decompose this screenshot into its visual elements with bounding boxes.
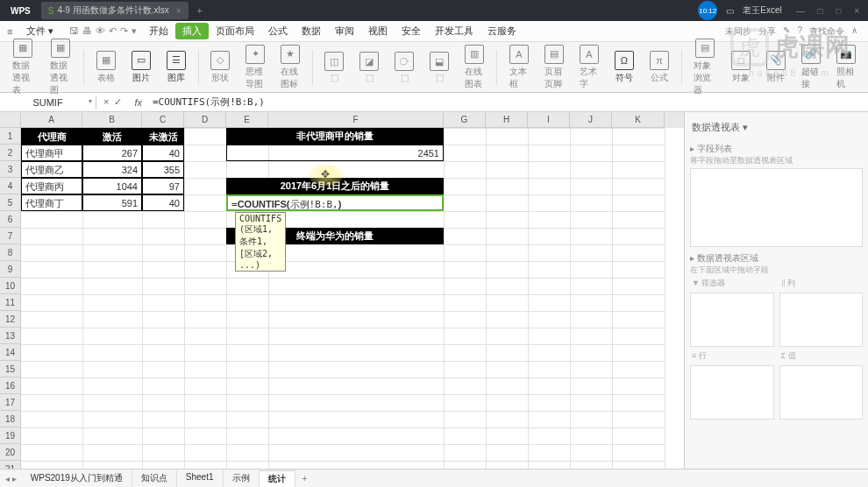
row-header-1[interactable]: 1 — [0, 128, 21, 145]
ribbon-附件[interactable]: 📎附件 — [761, 49, 791, 86]
sheet-tab-WPS2019从入门到精通[interactable]: WPS2019从入门到精通 — [22, 470, 132, 487]
cell-A3[interactable]: 代理商乙 — [21, 161, 82, 178]
ribbon-⬚[interactable]: ◪⬚ — [354, 50, 384, 84]
col-header-I[interactable]: I — [528, 112, 570, 128]
ribbon-对象[interactable]: □对象 — [726, 49, 756, 86]
sync-status[interactable]: 未同步 — [725, 25, 751, 38]
ribbon-图库[interactable]: ☰图库 — [161, 49, 191, 86]
sheet-tab-Sheet1[interactable]: Sheet1 — [177, 470, 224, 487]
ribbon-在线图标[interactable]: ★在线图标 — [275, 43, 305, 92]
sheet-tab-知识点[interactable]: 知识点 — [132, 470, 177, 487]
row-header-18[interactable]: 18 — [0, 411, 21, 427]
row-header-11[interactable]: 11 — [0, 294, 21, 311]
filter-zone[interactable] — [690, 293, 774, 347]
col-header-D[interactable]: D — [184, 112, 226, 128]
qat-dropdown-icon[interactable]: ▾ — [132, 25, 137, 37]
ribbon-文本框[interactable]: A文本框 — [504, 43, 534, 92]
row-header-9[interactable]: 9 — [0, 261, 21, 278]
cell-A1[interactable]: 代理商 — [21, 128, 82, 145]
cell-B4[interactable]: 1044 — [82, 178, 142, 194]
new-tab-button[interactable]: + — [189, 5, 211, 16]
fx-icon[interactable]: fx — [129, 97, 147, 108]
pivot-panel-title[interactable]: 数据透视表 ▾ — [690, 117, 863, 138]
col-header-F[interactable]: F — [268, 112, 444, 128]
columns-zone[interactable] — [779, 293, 864, 347]
ribbon-在线图表[interactable]: ▥在线图表 — [459, 43, 489, 92]
name-box[interactable]: SUMIF — [0, 95, 96, 109]
user-label[interactable]: 老王Excel — [743, 4, 781, 17]
cell-E1[interactable]: 非代理商甲的销量 — [226, 128, 444, 145]
document-tab[interactable]: S 4-9 用函数做多条件计数.xlsx × — [41, 2, 189, 19]
cell-C2[interactable]: 40 — [142, 145, 184, 161]
col-header-B[interactable]: B — [82, 112, 142, 128]
window-max-icon[interactable]: □ — [830, 6, 846, 16]
rows-zone[interactable] — [690, 365, 774, 420]
share-button[interactable]: 分享 — [758, 25, 776, 38]
ribbon-tab-云服务[interactable]: 云服务 — [480, 23, 523, 39]
window-close-icon[interactable]: × — [849, 6, 864, 16]
qat-undo-icon[interactable]: ↶ — [109, 25, 117, 37]
ribbon-tab-数据[interactable]: 数据 — [295, 23, 328, 39]
row-header-10[interactable]: 10 — [0, 278, 21, 294]
cell-B1[interactable]: 激活 — [82, 128, 142, 145]
ribbon-⬚[interactable]: ⧂⬚ — [389, 50, 419, 84]
field-list-zone[interactable] — [690, 168, 863, 247]
cell-E2[interactable]: 2451 — [226, 145, 444, 161]
row-header-19[interactable]: 19 — [0, 427, 21, 444]
ribbon-符号[interactable]: Ω符号 — [609, 49, 639, 86]
cell-C1[interactable]: 未激活 — [142, 128, 184, 145]
edit-icon[interactable]: ✎ — [783, 25, 790, 38]
ribbon-tab-开始[interactable]: 开始 — [142, 23, 175, 39]
row-header-21[interactable]: 21 — [0, 461, 21, 469]
sheet-tab-统计[interactable]: 统计 — [260, 470, 295, 487]
ribbon-对象浏览器[interactable]: ▤对象浏览器 — [688, 37, 721, 98]
col-header-J[interactable]: J — [570, 112, 612, 128]
col-header-H[interactable]: H — [486, 112, 528, 128]
row-header-2[interactable]: 2 — [0, 145, 21, 161]
row-header-7[interactable]: 7 — [0, 228, 21, 244]
ribbon-艺术字[interactable]: A艺术字 — [574, 43, 604, 92]
qat-preview-icon[interactable]: 👁 — [96, 25, 105, 37]
ribbon-数据透视图[interactable]: ▦数据透视图 — [45, 37, 77, 98]
ribbon-⬚[interactable]: ⬓⬚ — [424, 50, 454, 84]
ribbon-照相机[interactable]: 📷照相机 — [831, 43, 861, 92]
qat-print-icon[interactable]: 🖶 — [82, 25, 92, 37]
formula-confirm-icon[interactable]: ✓ — [114, 96, 122, 108]
ribbon-tab-页面布局[interactable]: 页面布局 — [209, 23, 261, 39]
formula-cancel-icon[interactable]: × — [103, 96, 109, 108]
cell-E5[interactable]: =COUNTIFS(示例!B:B,) — [226, 194, 444, 211]
qat-save-icon[interactable]: 🖫 — [69, 25, 79, 37]
ribbon-⬚[interactable]: ◫⬚ — [319, 50, 349, 84]
col-header-C[interactable]: C — [142, 112, 184, 128]
help-icon[interactable]: ? — [797, 25, 802, 38]
row-header-8[interactable]: 8 — [0, 244, 21, 261]
col-header-K[interactable]: K — [612, 112, 665, 128]
row-header-16[interactable]: 16 — [0, 378, 21, 394]
search-commands[interactable]: 查找命令 — [809, 25, 844, 38]
ribbon-数据透视表[interactable]: ▦数据透视表 — [7, 37, 39, 98]
cell-A5[interactable]: 代理商丁 — [21, 194, 82, 211]
select-all-corner[interactable] — [0, 112, 21, 128]
row-header-12[interactable]: 12 — [0, 311, 21, 328]
row-header-3[interactable]: 3 — [0, 161, 21, 178]
ribbon-表格[interactable]: ▦表格 — [91, 49, 121, 86]
ribbon-tab-插入[interactable]: 插入 — [175, 23, 209, 39]
cell-E4[interactable]: 2017年6月1日之后的销量 — [226, 178, 444, 194]
row-header-5[interactable]: 5 — [0, 194, 21, 211]
cell-C5[interactable]: 40 — [142, 194, 184, 211]
sheet-tab-示例[interactable]: 示例 — [224, 470, 260, 487]
ribbon-形状[interactable]: ◇形状 — [205, 49, 235, 86]
ribbon-tab-视图[interactable]: 视图 — [361, 23, 395, 39]
ribbon-tab-公式[interactable]: 公式 — [261, 23, 295, 39]
cell-B3[interactable]: 324 — [82, 161, 142, 178]
ribbon-tab-审阅[interactable]: 审阅 — [328, 23, 361, 39]
row-header-6[interactable]: 6 — [0, 211, 21, 228]
col-header-E[interactable]: E — [226, 112, 268, 128]
ribbon-公式[interactable]: π公式 — [644, 49, 674, 86]
ribbon-图片[interactable]: ▭图片 — [126, 49, 156, 86]
cell-C4[interactable]: 97 — [142, 178, 184, 194]
row-header-13[interactable]: 13 — [0, 328, 21, 344]
window-min-icon[interactable]: — — [791, 6, 810, 16]
video-icon[interactable]: ▭ — [726, 6, 734, 16]
row-header-20[interactable]: 20 — [0, 444, 21, 461]
